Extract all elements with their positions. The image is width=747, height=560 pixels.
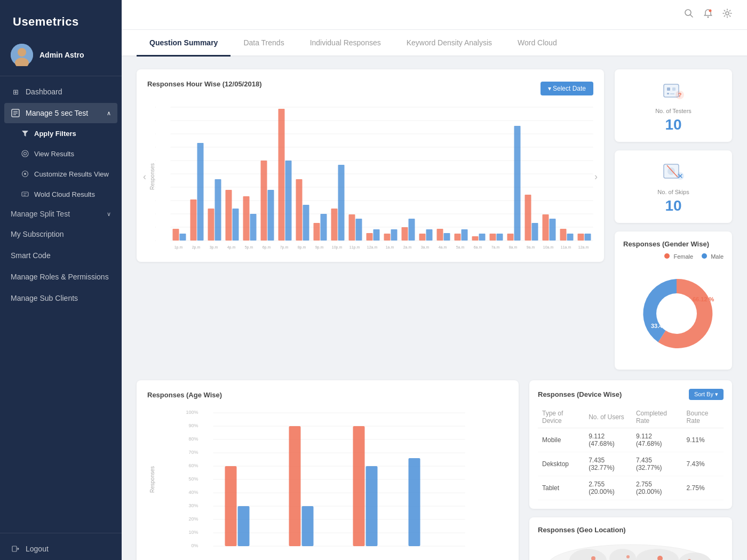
svg-text:11p.m: 11p.m (349, 245, 360, 250)
sidebar-sub-word-cloud[interactable]: Wold Cloud Results (0, 184, 122, 204)
svg-text:0%: 0% (191, 543, 198, 548)
sidebar-item-label: Manage Split Test (11, 210, 70, 218)
svg-rect-93 (462, 229, 468, 241)
svg-text:12a.m: 12a.m (367, 245, 378, 249)
sidebar-logout[interactable]: Logout (0, 538, 122, 560)
svg-point-9 (24, 153, 27, 155)
cell-device: Mobile (538, 428, 584, 452)
sidebar-item-label: Manage 5 sec Test (26, 109, 88, 117)
svg-text:33.48 %: 33.48 % (651, 323, 673, 329)
col-device-type: Type of Device (538, 406, 584, 428)
svg-rect-87 (426, 229, 433, 241)
svg-rect-62 (279, 109, 285, 241)
svg-text:70%: 70% (155, 144, 156, 149)
svg-rect-96 (479, 234, 486, 241)
female-legend: Female (664, 253, 693, 260)
svg-rect-90 (444, 233, 450, 241)
svg-text:40%: 40% (188, 490, 198, 495)
svg-point-20 (709, 10, 712, 12)
device-table: Type of Device No. of Users Completed Ra… (538, 406, 724, 500)
svg-text:4a.m: 4a.m (439, 245, 447, 249)
notification-icon[interactable] (703, 9, 713, 21)
pie-legend: Female Male (623, 253, 724, 260)
svg-text:60%: 60% (188, 463, 198, 468)
svg-rect-80 (384, 234, 391, 241)
svg-text:60%: 60% (155, 157, 156, 163)
svg-rect-117 (667, 87, 670, 91)
sidebar-item-roles[interactable]: Manage Roles & Permissions (0, 266, 122, 287)
sort-by-button[interactable]: Sort By ▾ (689, 389, 724, 400)
sidebar-item-sub-clients[interactable]: Manage Sub Clients (0, 287, 122, 309)
svg-rect-72 (338, 165, 345, 241)
svg-text:90%: 90% (155, 117, 156, 123)
svg-text:0%: 0% (155, 237, 156, 243)
svg-rect-104 (525, 195, 531, 241)
sidebar-item-dashboard[interactable]: ⊞ Dashboard (0, 81, 122, 103)
right-panel: ? No. of Testers 10 (615, 69, 732, 370)
svg-text:9p.m: 9p.m (315, 245, 324, 250)
svg-text:40%: 40% (155, 184, 156, 189)
chart-next-button[interactable]: › (594, 171, 598, 182)
svg-rect-74 (349, 214, 355, 241)
svg-rect-71 (331, 209, 338, 241)
svg-rect-86 (419, 234, 426, 241)
svg-text:8a.m: 8a.m (509, 245, 518, 249)
chevron-up-icon: ∧ (107, 110, 111, 117)
tab-word-cloud[interactable]: Word Cloud (505, 30, 570, 55)
chevron-right-icon: ∨ (107, 211, 111, 218)
svg-rect-98 (490, 234, 496, 241)
svg-text:5a.m: 5a.m (456, 245, 465, 249)
male-legend-dot (702, 253, 707, 259)
svg-text:100%: 100% (155, 104, 156, 109)
top-row: Responses Hour Wise (12/05/2018) ▾ Selec… (137, 69, 732, 370)
sidebar-sub-view-results[interactable]: View Results (0, 143, 122, 164)
svg-rect-157 (302, 506, 314, 546)
age-chart-card: Responses (Age Wise) Responses 100% 90% … (137, 380, 519, 560)
gender-pie-svg: 66.12 % 33.48 % (623, 263, 730, 359)
select-date-button[interactable]: ▾ Select Date (541, 82, 593, 95)
tab-keyword-density[interactable]: Keyword Density Analysis (394, 30, 505, 55)
main-area: Question Summary Data Trends Individual … (122, 0, 747, 560)
geo-chart-card: Responses (Geo Location) (529, 517, 732, 560)
tab-question-summary[interactable]: Question Summary (137, 30, 231, 55)
svg-text:90%: 90% (188, 423, 198, 428)
skip-icon (661, 159, 686, 185)
age-y-axis-label: Responses (147, 407, 155, 551)
age-chart-svg: 100% 90% 80% 70% 60% 50% 40% (155, 407, 508, 551)
svg-rect-59 (261, 161, 267, 241)
sidebar-item-smart-code[interactable]: Smart Code (0, 245, 122, 266)
sidebar-item-manage-split[interactable]: Manage Split Test ∨ (0, 204, 122, 223)
search-icon[interactable] (684, 9, 694, 21)
sidebar-item-subscription[interactable]: My Subscription (0, 223, 122, 245)
skips-label: No. of Skips (657, 189, 689, 195)
sidebar-sub-customize[interactable]: Customize Results View (0, 164, 122, 184)
sidebar-sub-apply-filters[interactable]: Apply Filters (0, 123, 122, 143)
tab-data-trends[interactable]: Data Trends (231, 30, 297, 55)
y-axis-label: Responses (147, 102, 155, 251)
svg-rect-60 (268, 190, 274, 241)
svg-rect-57 (250, 214, 257, 241)
content-area: Responses Hour Wise (12/05/2018) ▾ Selec… (122, 57, 747, 560)
sidebar-item-manage5sec[interactable]: Manage 5 sec Test ∧ (4, 103, 117, 123)
testers-label: No. of Testers (655, 108, 692, 114)
settings-icon[interactable] (722, 9, 732, 21)
svg-text:6p.m: 6p.m (263, 245, 271, 250)
sidebar-bottom: Logout (0, 533, 122, 560)
male-legend: Male (702, 253, 724, 260)
svg-text:6a.m: 6a.m (474, 245, 482, 249)
svg-text:10a.m: 10a.m (543, 245, 554, 249)
svg-rect-111 (567, 234, 574, 241)
user-profile: Admin Astro (0, 37, 122, 76)
logout-icon (11, 544, 20, 554)
svg-rect-15 (12, 546, 17, 551)
geo-chart-title: Responses (Geo Location) (538, 526, 724, 534)
chart-prev-button[interactable]: ‹ (143, 171, 146, 182)
svg-rect-113 (578, 234, 584, 241)
svg-rect-44 (173, 229, 179, 241)
table-row: Tablet 2.755 (20.00%) 2.755 (20.00%) 2.7… (538, 476, 724, 500)
tab-individual-responses[interactable]: Individual Responses (297, 30, 394, 55)
skips-stat-card: No. of Skips 10 (615, 150, 732, 223)
age-chart-title: Responses (Age Wise) (147, 391, 508, 399)
bottom-row: Responses (Age Wise) Responses 100% 90% … (137, 380, 732, 560)
svg-rect-65 (296, 179, 303, 241)
